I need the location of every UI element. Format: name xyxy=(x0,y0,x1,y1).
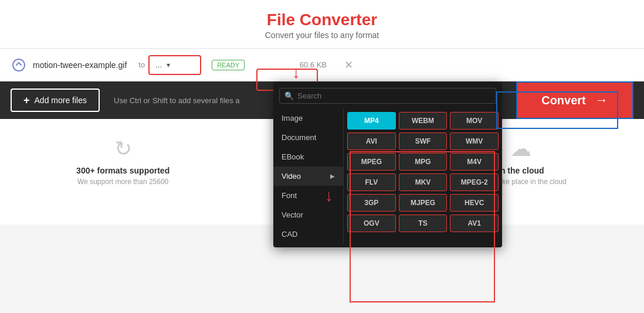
file-type-icon xyxy=(11,57,27,73)
format-btn-3gp[interactable]: 3GP xyxy=(347,194,396,212)
format-dropdown[interactable]: ... ▾ xyxy=(148,55,201,75)
format-btn-flv[interactable]: FLV xyxy=(347,173,396,191)
arrow-down-icon-1: ↓ xyxy=(292,63,300,82)
format-btn-m4v[interactable]: M4V xyxy=(450,153,499,171)
format-btn-webm[interactable]: WEBM xyxy=(399,112,448,130)
search-icon: 🔍 xyxy=(284,91,294,100)
format-dropdown-overlay: 🔍 Image Document EBook Video ▶ Font Vect… xyxy=(273,82,502,247)
formats-grid-container: MP4WEBMMOVAVISWFWMVMPEGMPGM4VFLVMKVMPEG-… xyxy=(347,112,499,232)
page-title: File Converter xyxy=(0,11,644,29)
format-btn-mpeg[interactable]: MPEG xyxy=(347,153,396,171)
format-btn-mpg[interactable]: MPG xyxy=(399,153,448,171)
info-desc-formats: We support more than 25600 xyxy=(35,178,211,186)
chevron-down-icon: ▾ xyxy=(167,61,170,69)
dropdown-body: Image Document EBook Video ▶ Font Vector… xyxy=(273,108,502,244)
format-grid: MP4WEBMMOVAVISWFWMVMPEGMPGM4VFLVMKVMPEG-… xyxy=(344,108,502,244)
format-btn-wmv[interactable]: WMV xyxy=(450,132,499,150)
convert-label: Convert xyxy=(541,94,586,107)
format-btn-mp4[interactable]: MP4 xyxy=(347,112,396,130)
category-document[interactable]: Document xyxy=(273,128,343,147)
chevron-right-icon: ▶ xyxy=(330,173,335,179)
info-title-formats: 300+ formats supported xyxy=(35,166,211,175)
format-btn-ts[interactable]: TS xyxy=(399,215,448,232)
format-btn-mjpeg[interactable]: MJPEG xyxy=(399,194,448,212)
file-size: 60.6 KB xyxy=(280,60,327,69)
format-btn-mpeg-2[interactable]: MPEG-2 xyxy=(450,173,499,191)
dropdown-search-container: 🔍 xyxy=(279,88,496,104)
convert-button[interactable]: Convert → xyxy=(516,81,633,119)
plus-icon: + xyxy=(23,94,30,107)
to-label: to xyxy=(138,60,145,69)
format-btn-avi[interactable]: AVI xyxy=(347,132,396,150)
category-vector[interactable]: Vector xyxy=(273,205,343,224)
category-video[interactable]: Video ▶ xyxy=(273,166,343,186)
format-btn-av1[interactable]: AV1 xyxy=(450,215,499,232)
format-btn-mov[interactable]: MOV xyxy=(450,112,499,130)
add-files-label: Add more files xyxy=(35,96,87,105)
status-badge: READY xyxy=(212,60,245,70)
page-subtitle: Convert your files to any format xyxy=(0,30,644,40)
close-button[interactable]: ✕ xyxy=(344,59,353,72)
hint-text: Use Ctrl or Shift to add several files a xyxy=(114,96,240,105)
svg-point-0 xyxy=(13,59,25,71)
file-row: motion-tween-example.gif to ... ▾ READY … xyxy=(0,49,644,81)
category-image[interactable]: Image xyxy=(273,108,343,128)
refresh-icon: ↻ xyxy=(35,137,211,161)
add-files-button[interactable]: + Add more files xyxy=(11,89,100,112)
format-btn-mkv[interactable]: MKV xyxy=(399,173,448,191)
category-ebook[interactable]: EBook xyxy=(273,147,343,166)
category-cad[interactable]: CAD xyxy=(273,224,343,244)
search-input[interactable] xyxy=(297,91,491,100)
arrow-down-icon-2: ↓ xyxy=(325,186,333,205)
file-name: motion-tween-example.gif xyxy=(33,60,127,70)
header: File Converter Convert your files to any… xyxy=(0,0,644,49)
format-btn-swf[interactable]: SWF xyxy=(399,132,448,150)
category-list: Image Document EBook Video ▶ Font Vector… xyxy=(273,108,344,244)
info-block-formats: ↻ 300+ formats supported We support more… xyxy=(23,137,222,186)
format-dropdown-text: ... xyxy=(155,60,162,69)
format-btn-hevc[interactable]: HEVC xyxy=(450,194,499,212)
arrow-right-icon: → xyxy=(595,93,608,108)
format-btn-ogv[interactable]: OGV xyxy=(347,215,396,232)
